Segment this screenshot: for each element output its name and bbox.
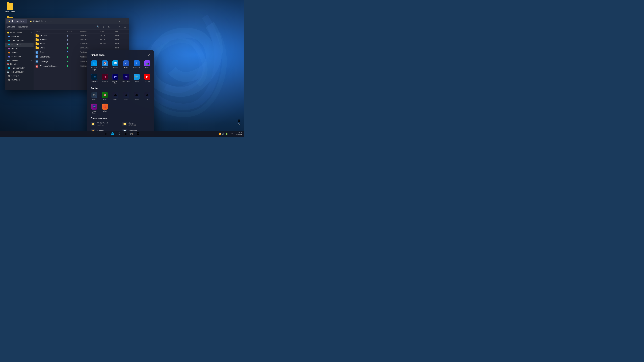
app-label: After Effects	[122, 80, 130, 82]
taskbar-store[interactable]: 🛍	[122, 131, 128, 136]
share-button[interactable]: ↑	[112, 24, 116, 29]
psd-icon: Ps	[36, 60, 38, 63]
pinned-app-twitter[interactable]: 🐦 Twitter	[132, 72, 142, 85]
pinned-app-twitch[interactable]: 📺 Twitch	[142, 59, 152, 72]
sidebar-ssd-label: SSD (C:)	[12, 75, 20, 77]
sidebar-item-videos[interactable]: Videos	[5, 51, 34, 55]
app-label: InDesign	[102, 80, 108, 82]
sidebar-section-onedrive[interactable]: OneDrive ▾	[5, 59, 34, 62]
file-kind: Folder	[114, 39, 127, 41]
volume-icon[interactable]: 🔊	[222, 133, 224, 135]
location-icon: 📁	[90, 122, 95, 126]
gaming-app-xbox[interactable]: 🎯 Xbox	[100, 91, 110, 102]
taskbar-office[interactable]: 🅾	[135, 131, 141, 136]
desktop-icon-new-folder[interactable]: New Folder	[3, 3, 17, 13]
table-row[interactable]: Work 15/05/2021 Folder	[34, 46, 129, 50]
file-size: 95 MB	[100, 43, 114, 45]
location-item-fbi-open-up[interactable]: 📁 FBI OPEN UP a while ago	[89, 121, 120, 127]
app-label: Microsoft Edge	[90, 67, 98, 71]
sidebar-item-photos[interactable]: Photos	[5, 46, 34, 51]
gaming-app-gta-iv[interactable]: 🏙 GTA IV	[121, 91, 131, 102]
tab-eliteskylu[interactable]: 📁 @eliteskylu ×	[28, 19, 48, 23]
location-item-games[interactable]: 📁 Games 10/12/2021	[121, 121, 152, 127]
info-button[interactable]: ⓘ	[122, 24, 127, 29]
battery-icon[interactable]: 🔋	[226, 133, 228, 135]
this-computer-2-icon	[8, 67, 10, 69]
view-toggle-button[interactable]: ⊞	[101, 24, 106, 29]
sidebar-section-this-computer[interactable]: 💻 This Computer ▾	[5, 70, 34, 74]
tab-add-button[interactable]: +	[49, 19, 53, 23]
pinned-apps-expand[interactable]: ⤢	[147, 53, 151, 57]
tab-documents-label: Documents	[12, 20, 22, 22]
gaming-app-gta-sa[interactable]: 🏙 GTA SA	[132, 91, 142, 102]
app-label: Twitch	[145, 67, 150, 69]
sidebar-item-this-computer-2[interactable]: This Computer	[5, 66, 34, 70]
pinned-app-indesign[interactable]: Id InDesign	[100, 72, 110, 85]
pinned-app-to-do[interactable]: ✓ To Do	[121, 59, 131, 72]
close-button[interactable]: ×	[123, 19, 128, 23]
file-size: 20 GB	[100, 35, 114, 37]
maximize-button[interactable]: □	[118, 19, 122, 23]
gaming-app-gog-galaxy[interactable]: 🌌 GOG Galaxy	[89, 102, 99, 115]
breadcrumb-documents[interactable]: Documents	[18, 26, 28, 28]
tab-eliteskylu-close[interactable]: ×	[44, 20, 46, 22]
sidebar-section-quick-access[interactable]: ⭐ Quick Access ▾	[5, 31, 34, 34]
table-row[interactable]: Notes 12/03/2021 95 MB Folder	[34, 42, 129, 46]
list-view-button[interactable]: ≡	[117, 24, 122, 29]
file-status	[67, 61, 80, 62]
gaming-app-label: GTA VC	[113, 99, 118, 100]
taskbar-start-button[interactable]: ⊞	[104, 131, 109, 136]
pinned-app-photos[interactable]: 🖼 Photos	[110, 59, 120, 72]
pinned-app-premiere-pro[interactable]: Pr Premiere Pro	[110, 72, 120, 85]
taskbar-spotify[interactable]: 🎵	[116, 131, 122, 136]
sidebar-item-downloads[interactable]: Downloads	[5, 55, 34, 59]
gaming-app-steam[interactable]: 🎮 Steam	[89, 91, 99, 102]
this-computer-chevron: ▾	[31, 71, 32, 73]
app-label: Calendar	[102, 67, 108, 69]
pinned-app-calendar[interactable]: 📅 Calendar	[100, 59, 110, 72]
pinned-apps-grid: 🌐 Microsoft Edge 📅 Calendar 🖼 Photos ✓ T…	[87, 58, 154, 86]
taskbar-clock[interactable]: 23:39 Thu 17/06	[234, 132, 242, 136]
sort-button[interactable]: ⇅	[106, 24, 111, 29]
gaming-app-origin[interactable]: ⭕ Origin	[100, 102, 110, 115]
gaming-app-gta-vc[interactable]: 🏙 GTA VC	[110, 91, 120, 102]
pinned-app-microsoft-edge[interactable]: 🌐 Microsoft Edge	[89, 59, 99, 72]
pinned-app-photoshop[interactable]: Ps Photoshop	[89, 72, 99, 85]
taskbar-steam[interactable]: 🎮	[129, 131, 134, 136]
pinned-app-youtube[interactable]: ▶ YouTube	[142, 72, 152, 85]
table-row[interactable]: Archive 3/04/2021 20 GB Folder	[34, 34, 129, 38]
hdd-icon	[8, 79, 10, 81]
pinned-app-facebook[interactable]: f Facebook	[132, 59, 142, 72]
minimize-button[interactable]: ─	[112, 19, 117, 23]
file-name: Work	[40, 46, 44, 49]
pinned-app-after-effects[interactable]: Ae After Effects	[121, 72, 131, 85]
gaming-app-label: Origin	[103, 110, 107, 112]
sidebar-section-libraries[interactable]: 📚 Libraries ▾	[5, 62, 34, 66]
sidebar-downloads-label: Downloads	[12, 55, 21, 58]
recycle-bin[interactable]: 🗑 Bin	[236, 117, 242, 125]
sidebar-item-documents[interactable]: Documents	[5, 42, 34, 46]
app-icon: Pr	[112, 74, 118, 80]
tab-documents[interactable]: 📁 Documents ×	[6, 19, 27, 23]
status-dot	[67, 35, 68, 36]
wifi-icon[interactable]: 📶	[218, 133, 221, 135]
sidebar-item-hdd[interactable]: HDD (D:)	[5, 78, 34, 82]
app-icon: 🌐	[91, 60, 97, 66]
sidebar-item-desktop[interactable]: Desktop	[5, 34, 34, 38]
breadcrumb-libraries[interactable]: Libraries	[7, 26, 15, 28]
app-icon: 🖼	[112, 60, 118, 66]
table-row[interactable]: Memes 1/05/2021 69 GB Folder	[34, 38, 129, 42]
sidebar-item-ssd[interactable]: SSD (C:)	[5, 74, 34, 78]
gaming-app-label: Xbox	[103, 99, 107, 100]
documents-dot-icon	[8, 44, 10, 45]
gaming-app-gta-v[interactable]: 🏙 GTA V	[142, 91, 152, 102]
sidebar-item-this-computer[interactable]: This Computer	[5, 38, 34, 42]
gaming-app-icon: 🎯	[102, 92, 108, 98]
taskbar-right: 📶 🔊 🔋 17°C 23:39 Thu 17/06	[218, 132, 242, 136]
clock-date: Thu 17/06	[234, 134, 242, 136]
taskbar: ⊞ 🌐 🎵 🛍 🎮 🅾 📶 🔊 🔋 17°C 23:39 Thu 17/06	[0, 131, 244, 137]
search-button[interactable]: 🔍	[96, 24, 100, 29]
file-name: UI Design	[40, 60, 48, 63]
tab-documents-close[interactable]: ×	[23, 20, 25, 22]
taskbar-edge[interactable]: 🌐	[110, 131, 115, 136]
